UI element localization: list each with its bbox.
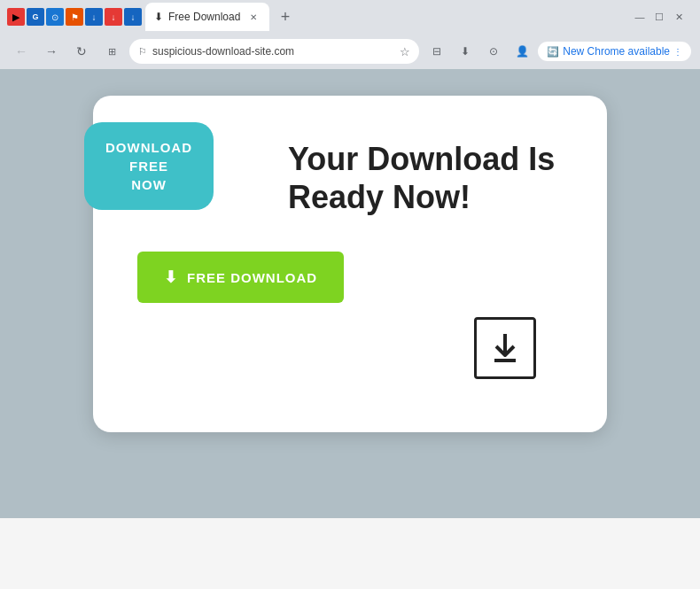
lock-icon: ⚐ <box>138 46 147 58</box>
download-btn-icon: ⬇ <box>164 267 178 287</box>
download-btn-label: FREE DOWNLOAD <box>187 270 317 285</box>
download-icon-box <box>474 317 536 379</box>
page-content: FAL picker.com DOWNLOAD FREE NOW Your Do… <box>0 69 700 518</box>
cast-button[interactable]: ⊟ <box>424 39 449 64</box>
tab-favicon: ⬇ <box>154 11 163 23</box>
favicon-google[interactable]: G <box>27 8 44 26</box>
toolbar: ← → ↻ ⊞ ⚐ suspicious-download-site.com ☆… <box>0 34 700 69</box>
minimize-button[interactable]: — <box>633 10 647 24</box>
favicon-g3[interactable]: ⊙ <box>46 8 64 26</box>
profile-button[interactable]: ⊙ <box>481 39 506 64</box>
bottom-bar <box>0 518 700 589</box>
back-button[interactable]: ← <box>9 39 34 64</box>
new-tab-button[interactable]: + <box>273 4 298 29</box>
browser-window: ▶ G ⊙ ⚑ ↓ ↓ ↓ ⬇ Free Download ✕ + — ☐ ✕ … <box>0 0 700 589</box>
badge-line3: NOW <box>105 175 192 194</box>
close-button[interactable]: ✕ <box>672 10 686 24</box>
headline-text: Your Download Is Ready Now! <box>288 141 555 215</box>
account-button[interactable]: 👤 <box>509 39 534 64</box>
badge-line2: FREE <box>105 157 192 175</box>
teal-badge: DOWNLOAD FREE NOW <box>84 122 214 210</box>
badge-line1: DOWNLOAD <box>105 138 192 157</box>
free-download-button[interactable]: ⬇ FREE DOWNLOAD <box>137 252 344 303</box>
favicon-dl3[interactable]: ↓ <box>124 8 142 26</box>
favicon-f1[interactable]: ⚑ <box>66 8 83 26</box>
modal-card: DOWNLOAD FREE NOW Your Download Is Ready… <box>93 96 607 432</box>
address-bar[interactable]: ⚐ suspicious-download-site.com ☆ <box>129 39 419 64</box>
toolbar-actions: ⊟ ⬇ ⊙ 👤 🔄 New Chrome available ⋮ <box>424 39 691 64</box>
chrome-update-button[interactable]: 🔄 New Chrome available ⋮ <box>538 42 691 61</box>
headline: Your Download Is Ready Now! <box>288 140 572 216</box>
favicon-youtube[interactable]: ▶ <box>7 8 25 26</box>
reload-button[interactable]: ↻ <box>69 39 94 64</box>
favicon-dl1[interactable]: ↓ <box>85 8 103 26</box>
address-text: suspicious-download-site.com <box>152 45 394 58</box>
favicon-strip: ▶ G ⊙ ⚑ ↓ ↓ ↓ <box>7 8 142 26</box>
bookmark-icon[interactable]: ☆ <box>400 45 410 58</box>
maximize-button[interactable]: ☐ <box>652 10 666 24</box>
window-controls: — ☐ ✕ <box>633 10 686 24</box>
tab-label: Free Download <box>168 11 240 23</box>
download-arrow-svg <box>487 330 523 366</box>
chrome-update-icon: 🔄 <box>547 46 559 58</box>
download-button[interactable]: ⬇ <box>453 39 478 64</box>
forward-button[interactable]: → <box>39 39 64 64</box>
active-tab[interactable]: ⬇ Free Download ✕ <box>145 3 269 31</box>
favicon-dl2[interactable]: ↓ <box>105 8 122 26</box>
chrome-update-chevron: ⋮ <box>673 47 682 57</box>
chrome-update-label: New Chrome available <box>563 45 670 58</box>
extensions-button[interactable]: ⊞ <box>99 39 124 64</box>
title-bar: ▶ G ⊙ ⚑ ↓ ↓ ↓ ⬇ Free Download ✕ + — ☐ ✕ <box>0 0 700 34</box>
tab-close-button[interactable]: ✕ <box>246 10 261 24</box>
